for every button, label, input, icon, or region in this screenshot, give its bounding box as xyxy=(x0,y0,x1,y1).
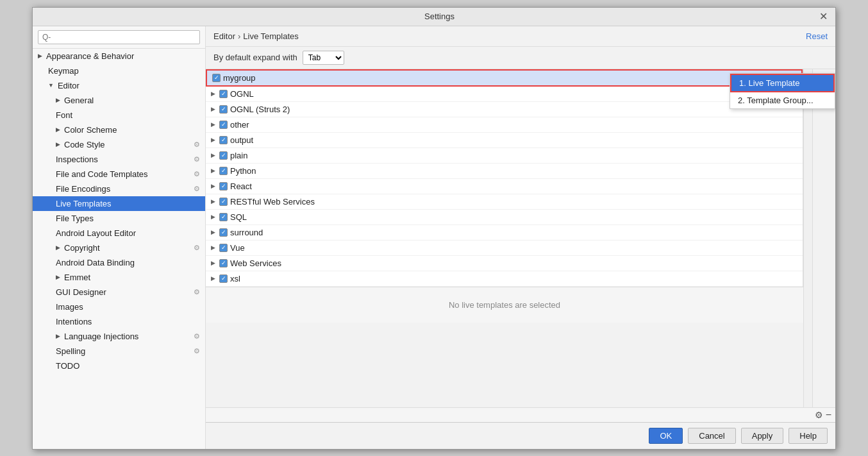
group-label: OGNL xyxy=(230,89,254,99)
sidebar-item-android-layout-editor[interactable]: Android Layout Editor xyxy=(33,226,205,241)
template-group-sql[interactable]: ▶ ✓ SQL xyxy=(206,210,803,225)
sidebar-item-label: GUI Designer xyxy=(56,287,106,297)
group-label: React xyxy=(230,182,252,191)
sidebar-item-intentions[interactable]: Intentions xyxy=(33,314,205,329)
group-label: Web Services xyxy=(230,258,281,268)
triangle-right-icon: ▶ xyxy=(56,141,60,148)
checkbox-output[interactable]: ✓ xyxy=(219,136,228,144)
settings-icon: ⚙ xyxy=(194,170,200,178)
sidebar-item-emmet[interactable]: ▶ Emmet xyxy=(33,270,205,285)
sidebar-item-gui-designer[interactable]: GUI Designer ⚙ xyxy=(33,285,205,300)
group-label: OGNL (Struts 2) xyxy=(230,105,290,114)
templates-area: ✓ mygroup ▶ ✓ OGNL ▶ ✓ OGNL (Struts 2) xyxy=(206,69,835,407)
checkbox-sql[interactable]: ✓ xyxy=(219,213,228,221)
vertical-scrollbar[interactable] xyxy=(803,69,812,407)
settings-icon: ⚙ xyxy=(194,244,200,252)
settings-icon: ⚙ xyxy=(194,347,200,355)
sidebar-item-keymap[interactable]: Keymap xyxy=(33,63,205,78)
template-group-output[interactable]: ▶ ✓ output xyxy=(206,133,803,148)
checkbox-other[interactable]: ✓ xyxy=(219,121,228,129)
checkbox-mygroup[interactable]: ✓ xyxy=(212,74,221,82)
sidebar-item-file-encodings[interactable]: File Encodings ⚙ xyxy=(33,182,205,196)
sidebar-item-label: Android Layout Editor xyxy=(56,228,136,238)
sidebar-item-label: General xyxy=(64,96,94,105)
sidebar-item-label: Code Style xyxy=(64,140,105,149)
templates-list: ✓ mygroup ▶ ✓ OGNL ▶ ✓ OGNL (Struts 2) xyxy=(206,69,803,287)
expand-select[interactable]: Tab Enter Space xyxy=(303,51,344,65)
triangle-right-icon: ▶ xyxy=(211,90,215,97)
template-group-mygroup[interactable]: ✓ mygroup xyxy=(206,69,803,87)
sidebar-item-appearance[interactable]: ▶ Appearance & Behavior xyxy=(33,49,205,63)
template-group-restful[interactable]: ▶ ✓ RESTful Web Services xyxy=(206,194,803,210)
sidebar-item-label: Intentions xyxy=(56,317,92,326)
popup-menu-item-live-template[interactable]: 1. Live Template xyxy=(730,74,835,92)
sidebar-item-label: File Types xyxy=(56,214,94,223)
sidebar-item-label: Copyright xyxy=(64,243,100,253)
sidebar-item-copyright[interactable]: ▶ Copyright ⚙ xyxy=(33,241,205,255)
template-group-web-services[interactable]: ▶ ✓ Web Services xyxy=(206,256,803,271)
apply-button[interactable]: Apply xyxy=(741,428,784,444)
sidebar-item-color-scheme[interactable]: ▶ Color Scheme xyxy=(33,122,205,137)
sidebar-item-android-data-binding[interactable]: Android Data Binding xyxy=(33,255,205,270)
template-group-react[interactable]: ▶ ✓ React xyxy=(206,179,803,194)
sidebar-item-label: Inspections xyxy=(56,155,98,164)
sidebar-item-images[interactable]: Images xyxy=(33,300,205,314)
gear-button[interactable]: ⚙ xyxy=(815,410,823,420)
checkbox-python[interactable]: ✓ xyxy=(219,167,228,175)
checkbox-restful[interactable]: ✓ xyxy=(219,198,228,206)
cancel-button[interactable]: Cancel xyxy=(688,428,735,444)
group-label: output xyxy=(230,135,253,145)
sidebar-item-live-templates[interactable]: Live Templates xyxy=(33,196,205,211)
sidebar-item-file-types[interactable]: File Types xyxy=(33,211,205,226)
triangle-right-icon: ▶ xyxy=(211,229,215,235)
triangle-right-icon: ▶ xyxy=(211,106,215,112)
triangle-right-icon: ▶ xyxy=(211,260,215,266)
close-button[interactable]: ✕ xyxy=(819,12,828,22)
help-button[interactable]: Help xyxy=(789,428,828,444)
template-group-python[interactable]: ▶ ✓ Python xyxy=(206,164,803,179)
triangle-right-icon: ▶ xyxy=(211,275,215,282)
main-content: Editor › Live Templates Reset By default… xyxy=(206,26,835,449)
triangle-right-icon: ▶ xyxy=(38,53,42,59)
sidebar-item-file-code-templates[interactable]: File and Code Templates ⚙ xyxy=(33,167,205,182)
popup-menu-item-template-group[interactable]: 2. Template Group... xyxy=(730,92,835,108)
group-label: SQL xyxy=(230,212,247,222)
sidebar-item-todo[interactable]: TODO xyxy=(33,359,205,373)
sidebar-item-code-style[interactable]: ▶ Code Style ⚙ xyxy=(33,137,205,152)
template-group-ognl[interactable]: ▶ ✓ OGNL xyxy=(206,87,803,102)
menu-item-label: 2. Template Group... xyxy=(738,96,814,105)
template-group-vue[interactable]: ▶ ✓ Vue xyxy=(206,241,803,256)
checkbox-plain[interactable]: ✓ xyxy=(219,151,228,160)
menu-item-label: 1. Live Template xyxy=(739,78,799,88)
sidebar-item-inspections[interactable]: Inspections ⚙ xyxy=(33,152,205,167)
checkbox-vue[interactable]: ✓ xyxy=(219,244,228,252)
ok-button[interactable]: OK xyxy=(649,428,683,444)
sidebar-item-general[interactable]: ▶ General xyxy=(33,93,205,108)
checkbox-ognl[interactable]: ✓ xyxy=(219,90,228,98)
template-group-plain[interactable]: ▶ ✓ plain xyxy=(206,148,803,164)
triangle-right-icon: ▶ xyxy=(56,274,60,280)
template-group-other[interactable]: ▶ ✓ other xyxy=(206,117,803,133)
template-group-ognl-struts2[interactable]: ▶ ✓ OGNL (Struts 2) xyxy=(206,102,803,117)
checkbox-surround[interactable]: ✓ xyxy=(219,228,228,237)
checkbox-react[interactable]: ✓ xyxy=(219,182,228,190)
checkbox-ognl-struts2[interactable]: ✓ xyxy=(219,105,228,114)
sidebar-item-language-injections[interactable]: ▶ Language Injections ⚙ xyxy=(33,329,205,344)
breadcrumb-separator: › xyxy=(238,31,240,41)
sidebar-item-spelling[interactable]: Spelling ⚙ xyxy=(33,344,205,359)
checkbox-web-services[interactable]: ✓ xyxy=(219,259,228,267)
template-group-surround[interactable]: ▶ ✓ surround xyxy=(206,225,803,241)
minus-button[interactable]: − xyxy=(826,409,831,421)
sidebar-item-editor[interactable]: ▼ Editor xyxy=(33,78,205,93)
sidebar-item-font[interactable]: Font xyxy=(33,108,205,122)
group-label: other xyxy=(230,120,249,130)
search-box xyxy=(33,26,205,49)
search-input[interactable] xyxy=(38,30,200,44)
checkbox-xsl[interactable]: ✓ xyxy=(219,274,228,283)
reset-button[interactable]: Reset xyxy=(806,31,828,41)
sidebar-item-label: File and Code Templates xyxy=(56,169,148,179)
group-label: mygroup xyxy=(223,73,256,83)
group-label: RESTful Web Services xyxy=(230,197,315,207)
triangle-down-icon: ▼ xyxy=(48,82,54,89)
template-group-xsl[interactable]: ▶ ✓ xsl xyxy=(206,271,803,287)
